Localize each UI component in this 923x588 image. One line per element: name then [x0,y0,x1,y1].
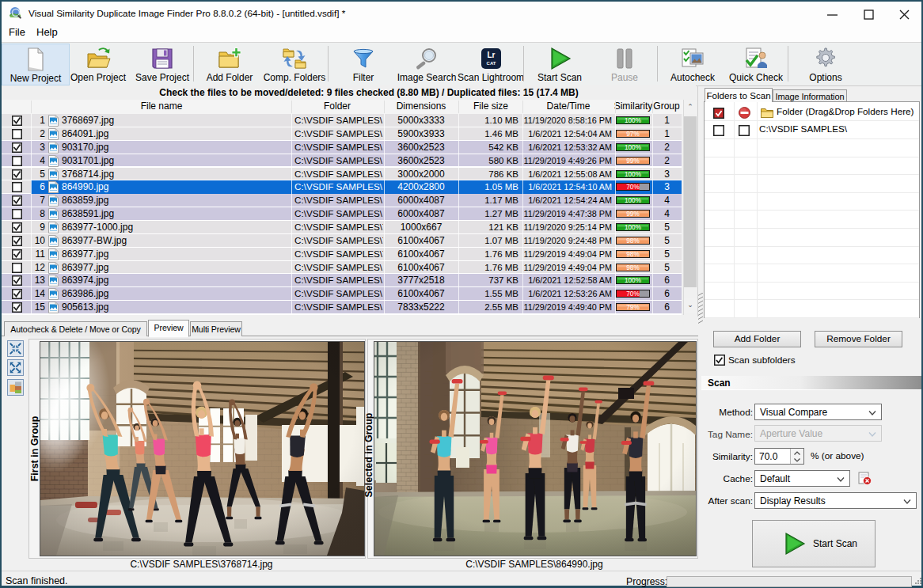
svg-text:100%: 100% [625,171,641,178]
svg-text:70%: 70% [626,184,639,191]
svg-text:100%: 100% [625,197,641,204]
svg-text:98%: 98% [626,251,639,258]
svg-text:99%: 99% [626,157,639,165]
svg-text:70%: 70% [626,290,639,298]
svg-text:100%: 100% [625,117,641,124]
svg-text:Lr: Lr [488,51,496,59]
svg-text:100%: 100% [625,224,641,231]
svg-text:79%: 79% [626,304,639,311]
svg-text:CAT: CAT [487,61,496,66]
svg-text:97%: 97% [626,131,639,138]
svg-text:98%: 98% [626,237,639,245]
svg-text:100%: 100% [625,144,641,151]
svg-text:98%: 98% [626,264,639,271]
svg-text:100%: 100% [625,277,641,284]
svg-text:99%: 99% [626,211,639,218]
